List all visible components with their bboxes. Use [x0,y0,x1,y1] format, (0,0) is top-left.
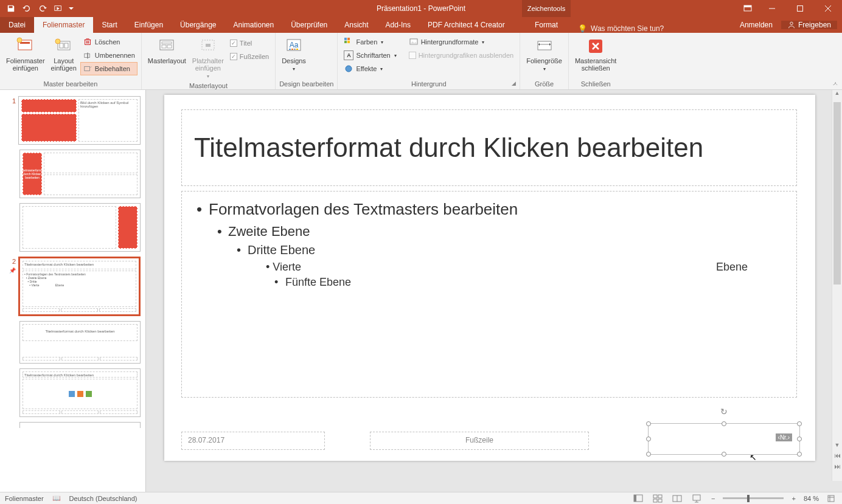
group-master-layout: Masterlayout Platzhalter einfügen ▾ ✓Tit… [142,33,276,89]
preserve-button[interactable]: Beibehalten [80,62,137,75]
ribbon-display-options-button[interactable] [739,0,757,17]
zoom-in-button[interactable]: + [790,495,797,502]
delete-button[interactable]: Löschen [80,35,137,49]
slide-number-placeholder[interactable]: ↻ ‹Nr.› [651,426,797,452]
ribbon-tabs: Datei Folienmaster Start Einfügen Übergä… [0,17,842,33]
resize-handle[interactable] [646,421,651,426]
share-label: Freigeben [798,21,831,29]
background-dialog-launcher[interactable]: ◢ [509,79,518,88]
layout-thumbnail[interactable]: Titelmasterformat durch Klicken bearbeit… [0,320,145,367]
title-checkbox[interactable]: ✓Titel [228,36,271,50]
minimize-button[interactable] [758,0,786,17]
layout-thumbnail[interactable] [0,202,145,255]
tab-insert[interactable]: Einfügen [126,17,172,33]
tab-addins[interactable]: Add-Ins [377,17,419,33]
maximize-button[interactable] [786,0,814,17]
rotate-handle[interactable]: ↻ [720,407,728,416]
effects-button[interactable]: Effekte▾ [341,62,398,75]
tab-transitions[interactable]: Übergänge [172,17,224,33]
tab-format[interactable]: Format [522,17,571,33]
background-styles-button[interactable]: Hintergrundformate▾ [406,35,517,49]
share-button[interactable]: Freigeben [781,21,837,29]
fonts-button[interactable]: ASchriftarten▾ [341,49,398,62]
status-bar: Folienmaster 📖 Deutsch (Deutschland) − +… [0,492,842,504]
tab-pdf-architect[interactable]: PDF Architect 4 Creator [419,17,513,33]
close-master-view-button[interactable]: Masteransicht schließen [572,35,619,73]
scrollbar-thumb[interactable] [833,102,841,285]
zoom-slider-thumb[interactable] [747,495,750,502]
slide-show-button[interactable] [690,494,703,503]
tab-file[interactable]: Datei [0,17,34,33]
label: Farben [356,38,377,46]
slide-size-button[interactable]: Foliengröße ▾ [524,35,565,74]
thumb-body: • Formatvorlagen des Textmasters bearbei… [23,271,136,307]
vertical-scrollbar[interactable]: ▲ ▼ ⏮ ⏭ [832,90,842,481]
save-button[interactable] [4,2,18,15]
date-placeholder[interactable]: 28.07.2017 [181,432,325,450]
colors-button[interactable]: Farben▾ [341,35,398,49]
reading-view-button[interactable] [670,494,684,503]
thumbnail-panel[interactable]: 1 Bild durch Klicken auf Symbol hinzufüg… [0,90,146,492]
normal-view-button[interactable] [632,494,645,503]
zoom-level[interactable]: 84 % [804,495,819,502]
thumb-content [23,206,116,249]
insert-slide-master-button[interactable]: Folienmaster einfügen [4,35,47,73]
effects-icon [344,64,353,74]
status-language[interactable]: Deutsch (Deutschland) [69,495,137,502]
slide-sorter-view-button[interactable] [651,494,664,503]
footer-placeholder[interactable]: Fußzeile [370,432,589,450]
insert-placeholder-button: Platzhalter einfügen ▾ [190,35,226,81]
close-button[interactable] [814,0,842,17]
tab-slide-master[interactable]: Folienmaster [34,17,93,33]
zoom-slider[interactable] [723,497,784,499]
status-view-mode[interactable]: Folienmaster [5,495,44,502]
master-thumbnail[interactable]: 1 Bild durch Klicken auf Symbol hinzufüg… [0,95,145,148]
tab-home[interactable]: Start [93,17,125,33]
resize-handle[interactable] [797,437,802,441]
prev-slide-button[interactable]: ⏮ [832,452,842,459]
master-layout-button[interactable]: Masterlayout [145,35,189,66]
title-bar: Präsentation1 - PowerPoint Zeichentools [0,0,842,17]
resize-handle[interactable] [646,452,651,457]
resize-handle[interactable] [722,421,726,426]
next-slide-button[interactable]: ⏭ [832,463,842,470]
themes-button[interactable]: Aa Designs ▾ [279,35,308,74]
start-from-beginning-button[interactable] [51,2,66,15]
tell-me-search[interactable]: 💡 Was möchten Sie tun? [578,24,664,33]
redo-button[interactable] [35,2,50,15]
qat-customize-button[interactable] [67,2,75,15]
undo-button[interactable] [19,2,34,15]
thumb-slide: Titelmasterformat durch Klicken bearbeit… [19,150,141,198]
svg-rect-31 [347,41,350,43]
label: Löschen [95,38,120,46]
layout-icon [54,36,74,56]
fit-to-window-button[interactable] [825,494,837,503]
rename-button[interactable]: Umbenennen [80,49,137,62]
tell-me-placeholder: Was möchten Sie tun? [591,24,664,33]
resize-handle[interactable] [646,437,651,441]
sign-in-button[interactable]: Anmelden [734,17,779,33]
collapse-ribbon-button[interactable]: ㅅ [832,80,838,88]
tab-animations[interactable]: Animationen [224,17,282,33]
zoom-out-button[interactable]: − [709,495,717,502]
footers-checkbox[interactable]: ✓Fußzeilen [228,50,271,63]
layout-thumbnail-active[interactable]: 2📌 Titelmasterformat durch Klicken bearb… [0,255,145,320]
resize-handle[interactable] [797,421,802,426]
close-icon [586,36,605,56]
insert-layout-button[interactable]: Layout einfügen [49,35,79,73]
layout-thumbnail[interactable] [0,421,145,432]
resize-handle[interactable] [722,452,726,457]
svg-point-7 [17,38,22,43]
resize-handle[interactable] [797,452,802,457]
layout-thumbnail[interactable]: Titelmasterformat durch Klicken bearbeit… [0,367,145,421]
layout-thumbnail[interactable]: Titelmasterformat durch Klicken bearbeit… [0,148,145,202]
slide-canvas-area[interactable]: Titelmasterformat durch Klicken bearbeit… [146,90,842,492]
checkbox-icon: ✓ [230,40,237,47]
tab-review[interactable]: Überprüfen [282,17,336,33]
thumb-red-box [118,206,137,249]
spell-check-icon[interactable]: 📖 [52,494,61,502]
label: Fußzeilen [240,53,269,60]
title-placeholder[interactable]: Titelmasterformat durch Klicken bearbeit… [181,109,797,186]
tab-view[interactable]: Ansicht [336,17,377,33]
body-placeholder[interactable]: Formatvorlagen des Textmasters bearbeite… [181,191,797,398]
